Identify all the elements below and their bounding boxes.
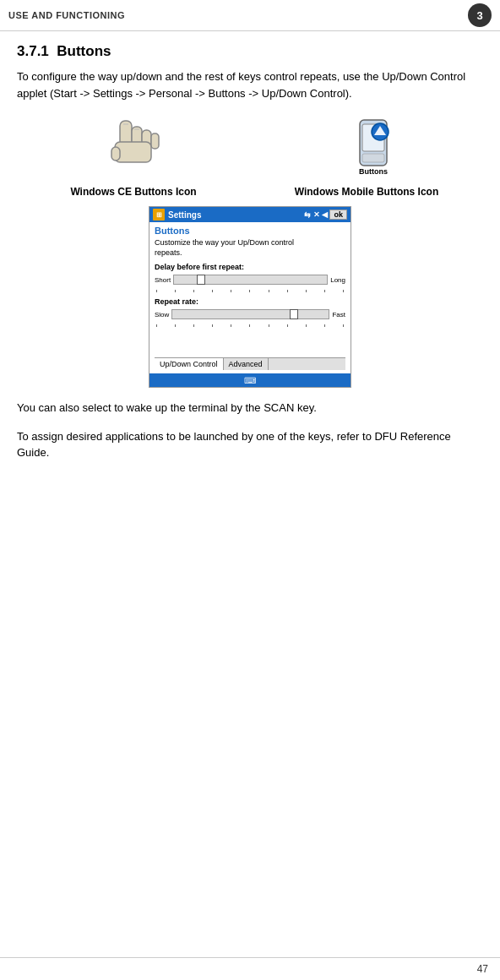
settings-screenshot: ⊞ Settings ⇆ ✕ ◀ ok Buttons Customize th… [149,206,351,388]
ss-title: Settings [168,210,201,220]
ss-repeat-slider-row: Slow Fast [155,309,345,319]
ss-delay-ticks [155,290,345,292]
page-number: 47 [477,963,488,975]
ss-tab-updown[interactable]: Up/Down Control [155,358,224,370]
svg-rect-10 [362,154,384,162]
ss-tab-advanced[interactable]: Advanced [224,358,269,370]
mobile-icon-item: Buttons Windows Mobile Buttons Icon [250,113,483,198]
ss-delay-track[interactable] [173,275,328,285]
section-number: 3.7.1 [17,43,49,59]
ss-long-label: Long [330,276,345,284]
ss-repeat-thumb[interactable] [290,309,298,319]
ss-ok-button[interactable]: ok [329,210,347,220]
ss-section-title: Buttons [155,226,345,236]
ce-icon-label: Windows CE Buttons Icon [70,186,196,198]
ss-spacer [155,327,345,352]
ss-taskbar: ⌨ [149,373,351,387]
ss-delay-slider-row: Short Long [155,275,345,285]
ss-title-icons: ⇆ ✕ ◀ [304,210,328,219]
mobile-buttons-icon: Buttons [329,113,405,181]
svg-rect-3 [151,133,159,149]
ss-titlebar-left: ⊞ Settings [153,209,201,220]
ss-titlebar: ⊞ Settings ⇆ ✕ ◀ ok [149,207,351,222]
page-footer: 47 [0,957,500,980]
section-title: Buttons [57,43,111,59]
chapter-title: USE AND FUNCTIONING [8,10,125,20]
windows-logo-icon: ⊞ [153,209,165,220]
page-header: USE AND FUNCTIONING 3 [0,0,500,31]
ss-slow-label: Slow [155,311,169,318]
svg-text:Buttons: Buttons [359,167,388,176]
mobile-phone-svg: Buttons [336,117,397,177]
hand-cursor-svg [103,117,164,177]
mobile-icon-label: Windows Mobile Buttons Icon [295,186,439,198]
intro-paragraph: To configure the way up/down and the res… [17,68,483,101]
ss-fast-label: Fast [332,311,345,318]
icons-row: Windows CE Buttons Icon Buttons [17,113,483,198]
ss-repeat-track[interactable] [171,309,329,319]
ss-delay-label: Delay before first repeat: [155,263,345,271]
section-heading: 3.7.1 Buttons [17,43,483,60]
ss-footer-tabs: Up/Down Control Advanced [155,357,345,370]
svg-rect-5 [111,147,120,161]
ss-titlebar-right: ⇆ ✕ ◀ ok [304,210,347,220]
ss-repeat-label: Repeat rate: [155,297,345,306]
ss-body: Buttons Customize the way your Up/Down c… [149,222,351,373]
scan-key-paragraph: You can also select to wake up the termi… [17,400,483,416]
ss-delay-thumb[interactable] [197,275,205,285]
dfu-paragraph: To assign desired applications to be lau… [17,428,483,461]
chapter-badge: 3 [468,3,492,27]
keyboard-icon[interactable]: ⌨ [244,376,256,385]
screenshot-container: ⊞ Settings ⇆ ✕ ◀ ok Buttons Customize th… [17,206,483,388]
ss-short-label: Short [155,276,171,284]
ss-description: Customize the way your Up/Down control r… [155,238,345,258]
ce-icon-item: Windows CE Buttons Icon [17,113,250,198]
ce-buttons-icon [95,113,171,181]
main-content: 3.7.1 Buttons To configure the way up/do… [0,31,500,490]
